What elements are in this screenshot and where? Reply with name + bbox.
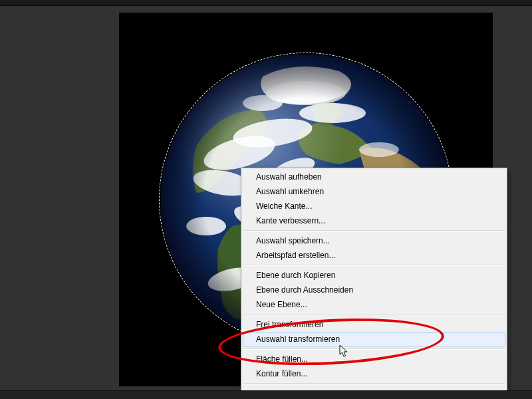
menu-item[interactable]: Auswahl aufheben — [243, 170, 505, 184]
menu-item[interactable]: Kontur füllen... — [243, 366, 505, 381]
menu-item[interactable]: Auswahl transformieren — [243, 332, 505, 346]
menu-item[interactable]: Ebene durch Kopieren — [243, 268, 505, 283]
menu-item[interactable]: Weiche Kante... — [243, 199, 505, 213]
status-bar-strip — [0, 390, 532, 399]
menu-separator — [243, 314, 505, 315]
menu-item[interactable]: Ebene durch Ausschneiden — [243, 283, 505, 297]
menu-item[interactable]: Kante verbessern... — [243, 213, 505, 228]
menu-item[interactable]: Auswahl umkehren — [243, 184, 505, 199]
menu-separator — [243, 265, 505, 266]
menu-item[interactable]: Arbeitspfad erstellen... — [243, 248, 505, 263]
menu-item[interactable]: Fläche füllen... — [243, 352, 505, 366]
context-menu[interactable]: Auswahl aufhebenAuswahl umkehrenWeiche K… — [241, 168, 507, 399]
menu-separator — [243, 383, 505, 384]
menu-item[interactable]: Auswahl speichern... — [243, 233, 505, 248]
menu-separator — [243, 348, 505, 350]
menu-item[interactable]: Frei transformieren — [243, 317, 505, 332]
menu-item[interactable]: Neue Ebene... — [243, 297, 505, 312]
menu-separator — [243, 230, 505, 231]
app-titlebar-strip — [0, 0, 532, 6]
